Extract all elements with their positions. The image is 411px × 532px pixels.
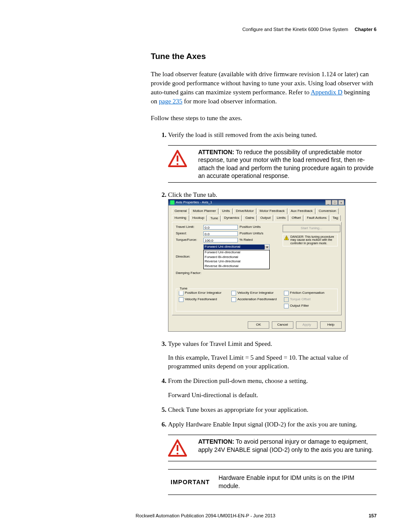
direction-dropdown[interactable]: Forward Uni-directional ▼ bbox=[203, 244, 270, 250]
chk-torque-offset: Torque Offset bbox=[284, 297, 335, 302]
help-button[interactable]: Help bbox=[320, 321, 342, 329]
apply-button[interactable]: Apply bbox=[296, 321, 318, 329]
warning-icon bbox=[168, 438, 196, 458]
important-text: Hardware Enable input for IDM units is o… bbox=[218, 474, 377, 490]
torque-label: Torque/Force: bbox=[176, 238, 202, 243]
tab-homing[interactable]: Homing bbox=[172, 215, 189, 221]
tab-hookup[interactable]: Hookup bbox=[190, 215, 207, 221]
tab-tag[interactable]: Tag bbox=[330, 215, 341, 221]
close-button[interactable]: × bbox=[338, 200, 344, 205]
svg-text:!: ! bbox=[286, 236, 287, 240]
step-1: Verify the load is still removed from th… bbox=[168, 131, 377, 183]
axis-properties-dialog: Axis Properties - Axis_1 _ □ × General M… bbox=[168, 199, 346, 331]
chk-vel-ff[interactable]: Velocity Feedforward bbox=[179, 297, 230, 302]
torque-input[interactable]: 100.0 bbox=[203, 238, 238, 243]
svg-point-7 bbox=[177, 453, 178, 454]
publication-id: Rockwell Automation Publication 2094-UM0… bbox=[136, 513, 275, 518]
tab-offset[interactable]: Offset bbox=[289, 215, 303, 221]
direction-option[interactable]: Forward Uni-directional bbox=[204, 250, 269, 255]
important-box: IMPORTANT Hardware Enable input for IDM … bbox=[168, 469, 377, 495]
svg-point-2 bbox=[177, 163, 178, 165]
minimize-button[interactable]: _ bbox=[325, 200, 331, 205]
header-section: Configure and Start the Kinetix 6000 Dri… bbox=[242, 27, 348, 32]
tab-drive-motor[interactable]: Drive/Motor bbox=[234, 208, 256, 214]
page-footer: Rockwell Automation Publication 2094-UM0… bbox=[34, 513, 377, 518]
step-3: Type values for Travel Limit and Speed. … bbox=[168, 339, 377, 371]
step-2: Click the Tune tab. Axis Properties - Ax… bbox=[168, 190, 377, 332]
tune-fieldset: Tune Position Error Integrator Velocity … bbox=[176, 289, 338, 311]
attention-box-1: ATTENTION: To reduce the possibility of … bbox=[168, 145, 377, 183]
direction-label: Direction: bbox=[176, 255, 202, 259]
intro-paragraph-2: Follow these steps to tune the axes. bbox=[151, 114, 377, 123]
speed-label: Speed: bbox=[176, 231, 202, 236]
page-number: 157 bbox=[369, 513, 377, 518]
tab-motion-planner[interactable]: Motion Planner bbox=[190, 208, 218, 214]
appendix-d-link[interactable]: Appendix D bbox=[311, 89, 342, 96]
chk-pos-err-int[interactable]: Position Error Integrator bbox=[179, 291, 230, 296]
page-235-link[interactable]: page 235 bbox=[159, 98, 183, 105]
torque-unit: % Rated bbox=[240, 238, 270, 243]
attention-label: ATTENTION: bbox=[198, 149, 234, 156]
travel-limit-unit: Position Units bbox=[240, 225, 270, 230]
step-4: From the Direction pull-down menu, choos… bbox=[168, 376, 377, 399]
tab-row-2: Homing Hookup Tune Dynamics Gains Output… bbox=[172, 215, 342, 221]
running-header: Configure and Start the Kinetix 6000 Dri… bbox=[34, 27, 377, 32]
app-icon bbox=[170, 200, 174, 205]
chevron-down-icon: ▼ bbox=[265, 246, 269, 249]
speed-unit: Position Units/s bbox=[240, 231, 270, 236]
damping-label: Damping Factor: bbox=[176, 271, 202, 276]
tab-conversion[interactable]: Conversion bbox=[316, 208, 339, 214]
tab-limits[interactable]: Limits bbox=[274, 215, 288, 221]
direction-option-list: Forward Uni-directional Forward Bi-direc… bbox=[203, 250, 270, 269]
tab-units[interactable]: Units bbox=[219, 208, 232, 214]
attention-box-2: ATTENTION: To avoid personal injury or d… bbox=[168, 435, 377, 461]
maximize-button[interactable]: □ bbox=[332, 200, 338, 205]
danger-box: ! DANGER: This tuning procedure may caus… bbox=[283, 234, 338, 246]
important-label: IMPORTANT bbox=[168, 478, 218, 486]
chk-output-filter[interactable]: Output Filter bbox=[284, 304, 335, 308]
tab-general[interactable]: General bbox=[172, 208, 189, 214]
direction-option[interactable]: Forward Bi-directional bbox=[204, 255, 269, 260]
start-tuning-button[interactable]: Start Tuning... bbox=[283, 225, 340, 232]
travel-limit-label: Travel Limit: bbox=[176, 225, 202, 230]
warning-icon bbox=[168, 148, 196, 169]
speed-input[interactable]: 0.0 bbox=[203, 231, 238, 236]
header-chapter: Chapter 6 bbox=[355, 27, 377, 32]
ok-button[interactable]: OK bbox=[248, 321, 269, 329]
dialog-titlebar: Axis Properties - Axis_1 _ □ × bbox=[168, 199, 345, 205]
intro-paragraph-1: The load observer feature (available wit… bbox=[151, 70, 377, 106]
attention-label: ATTENTION: bbox=[198, 438, 234, 445]
tab-row-1: General Motion Planner Units Drive/Motor… bbox=[172, 208, 342, 214]
step-5: Check Tune boxes as appropriate for your… bbox=[168, 405, 377, 414]
tab-tune[interactable]: Tune bbox=[208, 215, 221, 221]
chk-vel-err-int[interactable]: Velocity Error Integrator bbox=[231, 291, 282, 296]
tab-gains[interactable]: Gains bbox=[243, 215, 257, 221]
tab-motor-feedback[interactable]: Motor Feedback bbox=[257, 208, 287, 214]
step-4-sub: Forward Uni-directional is default. bbox=[168, 391, 377, 399]
section-title: Tune the Axes bbox=[151, 52, 377, 61]
cancel-button[interactable]: Cancel bbox=[272, 321, 293, 329]
step-6: Apply Hardware Enable Input signal (IOD-… bbox=[168, 420, 377, 495]
chk-friction-comp[interactable]: Friction Compensation bbox=[284, 291, 335, 296]
direction-option[interactable]: Reverse Uni-directional bbox=[204, 259, 269, 264]
step-3-sub: In this example, Travel Limit = 5 and Sp… bbox=[168, 353, 377, 371]
tab-output[interactable]: Output bbox=[258, 215, 273, 221]
tab-aux-feedback[interactable]: Aux Feedback bbox=[288, 208, 315, 214]
chk-acc-ff[interactable]: Acceleration Feedforward bbox=[231, 297, 282, 302]
tab-fault-actions[interactable]: Fault Actions bbox=[304, 215, 329, 221]
tab-dynamics[interactable]: Dynamics bbox=[221, 215, 242, 221]
travel-limit-input[interactable]: 0.0 bbox=[203, 225, 238, 230]
warning-icon: ! bbox=[284, 235, 289, 240]
direction-option[interactable]: Reverse Bi-directional bbox=[204, 264, 269, 269]
